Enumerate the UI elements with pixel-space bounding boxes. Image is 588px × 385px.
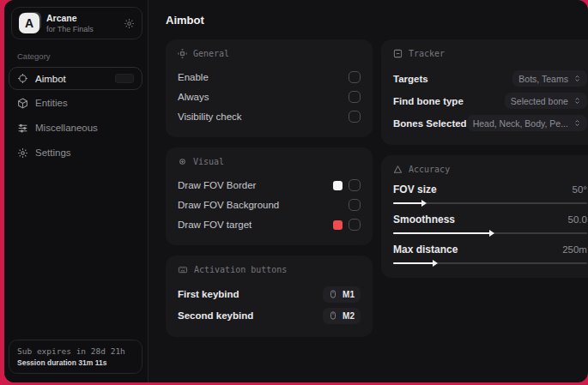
general-card: General Enable Always Visibility check	[166, 39, 373, 137]
setting-label: Bones Selected	[393, 118, 467, 129]
accuracy-icon	[393, 165, 403, 174]
slider-label: Smoothness	[393, 214, 455, 226]
setting-row-targets: Targets Bots, Teams	[393, 68, 587, 89]
targets-dropdown[interactable]: Bots, Teams	[512, 70, 587, 87]
find-bone-type-dropdown[interactable]: Selected bone	[505, 93, 587, 109]
focus-icon	[178, 157, 187, 166]
sidebar-item-entities[interactable]: Entities	[9, 91, 142, 115]
smoothness-slider[interactable]	[393, 232, 587, 234]
setting-label: Visibility check	[178, 111, 242, 122]
fov-size-slider[interactable]	[393, 202, 587, 204]
setting-row-second-keybind: Second keybind M2	[178, 305, 361, 326]
session-duration-text: Session duration 31m 11s	[17, 358, 134, 367]
subscription-info-card: Sub expires in 28d 21h Session duration …	[9, 340, 142, 374]
setting-row-bones-selected: Bones Selected Head, Neck, Body, Pe...	[393, 112, 587, 134]
category-label: Category	[17, 51, 148, 61]
page-title: Aimbot	[166, 14, 588, 27]
setting-row-draw-fov-border: Draw FOV Border	[178, 176, 361, 195]
slider-label: Max distance	[393, 244, 458, 256]
visual-card: Visual Draw FOV Border Draw FOV Backgrou…	[166, 147, 373, 245]
activation-buttons-card: Activation buttons First keybind M1 Seco…	[166, 256, 373, 337]
sidebar-item-label: Entities	[35, 98, 68, 108]
sidebar-item-label: Settings	[35, 147, 71, 158]
setting-row-draw-fov-target: Draw FOV target	[178, 215, 361, 234]
sidebar-item-miscellaneous[interactable]: Miscellaneous	[9, 116, 142, 140]
setting-row-visibility-check: Visibility check	[178, 107, 361, 126]
gear-icon[interactable]	[124, 18, 135, 29]
setting-row-first-keybind: First keybind M1	[178, 284, 361, 304]
main-content: Aimbot General Enable Alw	[149, 0, 588, 382]
bones-selected-dropdown[interactable]: Head, Neck, Body, Pe...	[467, 115, 587, 131]
unfold-icon	[573, 96, 581, 105]
crosshair-icon	[17, 73, 28, 84]
sidebar-item-settings[interactable]: Settings	[9, 141, 142, 165]
grid-icon	[178, 49, 187, 58]
slider-value: 250m	[562, 244, 587, 255]
tracker-card: Tracker Targets Bots, Teams Find bone ty…	[381, 39, 588, 145]
second-keybind-button[interactable]: M2	[323, 308, 361, 324]
tracker-icon	[393, 49, 403, 58]
keyboard-icon	[178, 265, 188, 274]
slider-fill	[393, 232, 490, 234]
sidebar-item-label: Miscellaneous	[35, 123, 98, 133]
sidebar-item-aimbot[interactable]: Aimbot	[9, 67, 142, 90]
slider-value: 50°	[573, 184, 587, 195]
visual-card-title: Visual	[178, 157, 361, 166]
app-name: Arcane	[46, 13, 117, 23]
color-swatch[interactable]	[333, 181, 342, 190]
accuracy-card-title: Accuracy	[393, 165, 587, 174]
setting-label: Second keybind	[178, 310, 253, 321]
entities-icon	[17, 98, 28, 109]
slider-fill	[393, 202, 422, 204]
draw-fov-background-checkbox[interactable]	[349, 199, 361, 211]
slider-value: 50.0	[568, 214, 587, 225]
setting-label: Targets	[393, 74, 428, 84]
mouse-icon	[329, 310, 337, 321]
visibility-check-checkbox[interactable]	[349, 111, 361, 123]
draw-fov-border-checkbox[interactable]	[349, 179, 361, 191]
sliders-icon	[17, 123, 28, 134]
general-card-title: General	[178, 49, 361, 58]
setting-label: Always	[178, 92, 209, 102]
sidebar-nav: Aimbot Entities	[4, 67, 148, 165]
setting-label: Draw FOV Background	[178, 200, 279, 210]
slider-label: FOV size	[393, 183, 437, 196]
setting-row-always: Always	[178, 87, 361, 106]
activation-card-title: Activation buttons	[178, 265, 361, 274]
unfold-icon	[573, 118, 581, 128]
max-distance-slider[interactable]	[393, 262, 587, 264]
always-checkbox[interactable]	[349, 91, 361, 103]
sidebar: A Arcane for The Finals Category	[4, 0, 149, 382]
slider-fill	[393, 262, 433, 264]
setting-row-enable: Enable	[178, 68, 361, 87]
enable-checkbox[interactable]	[349, 71, 361, 83]
setting-label: First keybind	[178, 289, 239, 299]
app-header-card: A Arcane for The Finals	[11, 7, 142, 39]
smoothness-slider-group: Smoothness 50.0	[393, 214, 587, 234]
app-logo: A	[19, 13, 39, 33]
setting-row-find-bone-type: Find bone type Selected bone	[393, 90, 587, 111]
gear-icon	[17, 147, 28, 159]
app-subtitle: for The Finals	[46, 25, 117, 33]
sub-expiry-text: Sub expires in 28d 21h	[17, 346, 134, 356]
max-distance-slider-group: Max distance 250m	[393, 244, 587, 264]
accuracy-card: Accuracy FOV size 50° Smoothness	[381, 155, 588, 278]
setting-label: Draw FOV target	[178, 220, 252, 230]
sidebar-item-label: Aimbot	[35, 74, 66, 84]
app-window: A Arcane for The Finals Category	[4, 0, 588, 382]
setting-label: Find bone type	[393, 96, 464, 106]
draw-fov-target-checkbox[interactable]	[349, 219, 361, 231]
unfold-icon	[573, 74, 581, 83]
fov-size-slider-group: FOV size 50°	[393, 183, 587, 204]
mouse-icon	[329, 289, 337, 299]
first-keybind-button[interactable]: M1	[323, 286, 361, 303]
tracker-card-title: Tracker	[393, 49, 587, 58]
setting-label: Enable	[178, 72, 209, 82]
setting-row-draw-fov-background: Draw FOV Background	[178, 196, 361, 214]
color-swatch[interactable]	[333, 220, 342, 230]
setting-label: Draw FOV Border	[178, 180, 256, 190]
keybind-hint-pill	[115, 74, 134, 83]
